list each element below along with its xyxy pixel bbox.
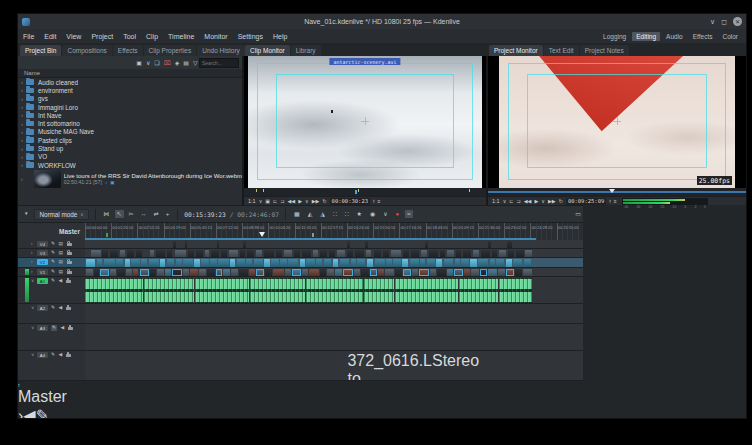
bin-folder-row[interactable]: ›VO <box>18 153 242 161</box>
track-name-badge[interactable]: A1 <box>37 278 48 284</box>
track-effects-icon[interactable]: ✎ <box>51 250 55 256</box>
project-monitor-video[interactable]: 25.00fps <box>488 56 746 188</box>
clip-monitor-tab-library[interactable]: Library <box>291 45 321 56</box>
timeline-clip[interactable] <box>157 269 164 276</box>
track-lock-icon[interactable] <box>66 280 71 284</box>
maximize-button[interactable]: ◻ <box>721 18 727 26</box>
timeline-clip[interactable] <box>239 269 248 276</box>
mute-icon[interactable]: ◀ <box>23 407 35 418</box>
timeline-clip[interactable] <box>411 250 419 257</box>
insert-zone-button[interactable]: ◮ <box>318 210 327 218</box>
mix-button[interactable]: ◭ <box>306 210 315 218</box>
minimize-button[interactable]: ∨ <box>710 18 715 26</box>
timeline-clip[interactable] <box>302 269 308 276</box>
create-folder-button[interactable]: ❏ <box>154 59 159 66</box>
bin-folder-row[interactable]: ›Immagini Loro <box>18 103 242 111</box>
timeline-clip[interactable] <box>117 269 125 276</box>
timeline-clip[interactable] <box>185 241 187 248</box>
timeline-clip[interactable] <box>488 269 497 276</box>
timeline-clip[interactable] <box>211 250 219 257</box>
timeline-clip[interactable] <box>427 259 435 267</box>
timeline-clip[interactable] <box>271 259 278 267</box>
timeline-clip[interactable] <box>525 250 532 257</box>
clip-monitor-tab-clip-monitor[interactable]: Clip Monitor <box>245 45 290 56</box>
timeline-clip[interactable] <box>94 269 99 276</box>
bin-folder-row[interactable]: ›WORKFLOW <box>18 161 242 169</box>
timeline-clip[interactable] <box>467 352 475 380</box>
bin-folder-row[interactable]: ›Musiche MAG Nave <box>18 128 242 136</box>
timeline-clip[interactable] <box>288 259 298 267</box>
timeline-settings-button[interactable]: ▭ <box>573 210 583 218</box>
timeline-clip[interactable] <box>454 269 463 276</box>
zone-out-button[interactable]: ⊐ <box>280 199 284 204</box>
timeline-clip[interactable] <box>412 269 418 276</box>
multicam-tool-button[interactable]: + <box>164 210 172 218</box>
timeline-clip[interactable] <box>309 269 318 276</box>
timeline-clip[interactable] <box>437 269 445 276</box>
timeline-clip[interactable] <box>357 259 365 267</box>
timeline-clip[interactable] <box>393 259 400 267</box>
timeline-clip[interactable] <box>136 250 142 257</box>
bin-tab-undo-history[interactable]: Undo History <box>197 45 245 56</box>
timeline-clip[interactable] <box>324 259 331 267</box>
chevron-right-icon[interactable]: › <box>18 162 26 168</box>
timecode[interactable]: 00:09:25:09 <box>566 198 606 205</box>
chevron-right-icon[interactable]: › <box>18 146 26 152</box>
timeline-clip[interactable] <box>110 250 118 257</box>
play-button[interactable]: ▶ <box>298 199 302 204</box>
track-header-a1[interactable]: ∨A1✎◀ <box>18 277 85 303</box>
bin-tab-compositions[interactable]: Compositions <box>62 45 111 56</box>
track-effects-icon[interactable]: ✎ <box>51 352 55 358</box>
zoom-ratio-label[interactable]: 1:1 <box>492 198 500 204</box>
timeline-clip[interactable] <box>127 250 134 257</box>
timeline-clip[interactable] <box>125 305 131 323</box>
track-lane-v1[interactable] <box>85 268 583 276</box>
timeline-clip[interactable] <box>86 269 93 276</box>
timeline-clip[interactable] <box>499 278 532 303</box>
track-effects-icon[interactable]: ✎ <box>51 241 55 247</box>
timeline-clip[interactable] <box>354 269 360 276</box>
timeline-clip[interactable] <box>102 250 108 257</box>
overwrite-zone-icon[interactable]: ∷ <box>331 210 339 218</box>
timeline-clip[interactable] <box>507 241 512 248</box>
playhead-marker[interactable] <box>259 232 265 237</box>
timeline-clip[interactable] <box>316 259 322 267</box>
filter-button[interactable]: ▽ <box>193 59 198 66</box>
timeline-clip[interactable] <box>523 269 532 276</box>
workspace-color[interactable]: Color <box>718 32 742 41</box>
timeline-clip[interactable] <box>116 259 123 267</box>
track-header-a4[interactable]: ∨A4✎◀ <box>18 351 85 380</box>
timeline-clip[interactable] <box>205 250 210 257</box>
timeline-clip[interactable] <box>513 259 522 267</box>
timeline-clip[interactable] <box>403 250 409 257</box>
thumbnails-icon[interactable]: ▦ <box>292 210 302 218</box>
timeline-clip[interactable] <box>470 259 476 267</box>
timeline-clip[interactable] <box>300 259 305 267</box>
timeline-clip[interactable] <box>508 352 514 380</box>
track-header-v3[interactable]: ›V3✎▤ <box>18 249 85 257</box>
track-lane-v2[interactable] <box>85 258 583 267</box>
timeline-clip[interactable] <box>471 269 479 276</box>
rewind-button[interactable]: ◀◀ <box>287 199 295 204</box>
timeline-clip[interactable] <box>478 305 489 323</box>
menu-file[interactable]: File <box>18 33 39 40</box>
timeline-clip[interactable] <box>247 250 254 257</box>
timeline-clip[interactable] <box>264 259 269 267</box>
track-lane-a2[interactable] <box>85 304 583 323</box>
extract-zone-icon[interactable]: ∷ <box>343 210 351 218</box>
chevron-right-icon[interactable]: › <box>18 96 26 102</box>
track-hide-icon[interactable]: ▤ <box>59 250 64 256</box>
bin-folder-row[interactable]: ›Int sottomarino <box>18 119 242 127</box>
timeline-clip[interactable] <box>340 259 349 267</box>
timeline-clip[interactable] <box>410 259 419 267</box>
timeline-clip[interactable] <box>456 250 462 257</box>
track-header-v4[interactable]: ›V4✎▤ <box>18 240 85 248</box>
timeline-clip[interactable] <box>460 325 498 350</box>
timeline-clip[interactable] <box>125 259 130 267</box>
timecode[interactable]: 00:00:30:23 <box>330 198 370 205</box>
timeline-clip[interactable] <box>167 259 174 267</box>
timeline-clip[interactable] <box>87 352 93 380</box>
timeline-clip[interactable] <box>461 259 468 267</box>
ratio-dropdown-icon[interactable]: ∨ <box>259 199 263 204</box>
zone-in-button[interactable]: ⊏ <box>273 199 277 204</box>
